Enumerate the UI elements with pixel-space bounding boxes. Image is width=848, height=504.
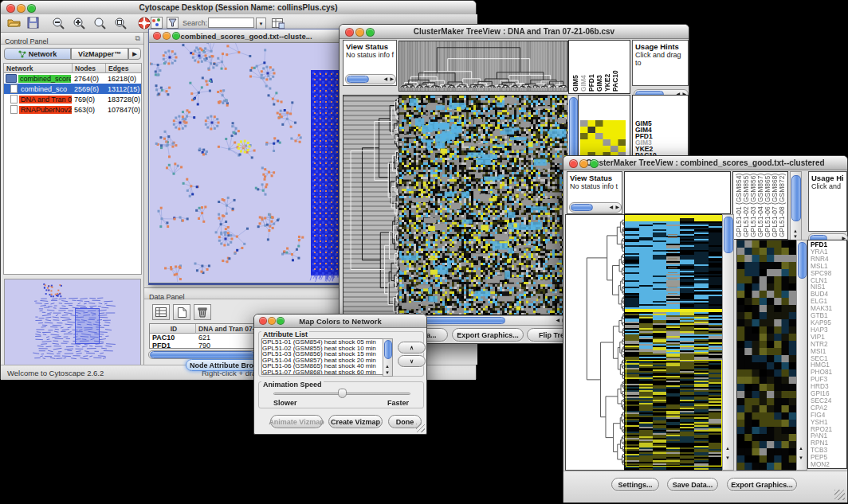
datapanel-hscrollbar[interactable]	[148, 350, 261, 359]
nodes-count: 563(0)	[74, 106, 95, 114]
attribute-item[interactable]: GPL51-07 (GSM868) heat shock 60 min	[262, 369, 391, 375]
zoom-window-icon[interactable]	[172, 32, 180, 40]
heatmap-vscrollbar[interactable]: ▲▼	[722, 214, 734, 471]
minimize-icon[interactable]	[355, 28, 364, 37]
column-labels-scrollbar[interactable]: ▲▼	[790, 171, 802, 241]
table-icon-button[interactable]	[272, 17, 285, 29]
treeview1-titlebar[interactable]: ClusterMaker TreeView : DNA and Tran 07-…	[340, 25, 689, 39]
close-icon[interactable]	[6, 4, 15, 13]
zoom-heatmap[interactable]	[580, 120, 626, 158]
column-label[interactable]: YKE2	[604, 42, 612, 92]
zoom-fit-button[interactable]	[93, 17, 106, 29]
network-list-row[interactable]: combined_sco2569(6)13112(15)	[4, 84, 141, 94]
usage-hints-panel: Usage Hi Click and	[808, 171, 847, 232]
zoom-window-icon[interactable]	[277, 317, 285, 325]
close-icon[interactable]	[153, 32, 161, 40]
resize-grip[interactable]	[834, 490, 845, 500]
search-label: Search:	[183, 19, 207, 27]
column-label[interactable]: GPL51-04 (GSM857)	[757, 172, 764, 237]
search-dropdown-button[interactable]: ▼	[256, 18, 266, 29]
zoom-window-icon[interactable]	[590, 159, 599, 168]
export-graphics-button[interactable]: Export Graphics...	[727, 478, 797, 491]
col-nodes[interactable]: Nodes	[73, 64, 106, 73]
column-label[interactable]: GPL51-02 (GSM855)	[743, 172, 750, 237]
attribute-table-icon[interactable]	[152, 304, 170, 320]
column-label[interactable]: GPL51-01 (GSM854)	[736, 172, 743, 237]
row-dendrogram[interactable]	[343, 95, 400, 322]
animation-speed-label: Animation Speed	[261, 381, 324, 389]
animate-vizmap-button[interactable]: Animate Vizmap	[270, 415, 323, 428]
minimize-icon[interactable]	[163, 32, 171, 40]
column-labels-panel: GIM5GIM4PFD1GIM3YKE2PAC10	[568, 40, 630, 94]
trash-icon[interactable]	[194, 304, 211, 320]
save-session-button[interactable]	[27, 17, 39, 29]
network-list-row[interactable]: DNA and Tran 07769(0)183728(0)	[4, 94, 141, 104]
zoom-out-button[interactable]	[52, 17, 65, 29]
treeview2-titlebar[interactable]: ClusterMaker TreeView : combined_scores_…	[563, 156, 847, 170]
tab-network[interactable]: Network	[4, 48, 71, 60]
main-heatmap[interactable]	[398, 95, 568, 315]
minimize-icon[interactable]	[17, 4, 26, 13]
zoom-window-icon[interactable]	[366, 28, 375, 37]
attribute-list-scrollbar[interactable]: ▲▼	[383, 338, 393, 377]
birdseye-view[interactable]	[4, 279, 141, 368]
zoom-vscrollbar[interactable]: ▲▼	[796, 240, 807, 471]
settings-button[interactable]: Settings...	[611, 478, 659, 491]
network-canvas[interactable]	[150, 43, 344, 282]
gene-label[interactable]: MON2	[811, 461, 846, 468]
zoom-heatmap[interactable]	[736, 240, 797, 471]
column-dendrogram-area[interactable]	[624, 171, 731, 214]
view-status-panel: View Status No status info t ◀▶	[567, 171, 622, 214]
minimize-icon[interactable]	[579, 159, 588, 168]
column-dendrogram[interactable]	[398, 41, 568, 92]
close-icon[interactable]	[259, 317, 267, 325]
new-attribute-icon[interactable]	[173, 304, 190, 320]
column-label[interactable]: GPL51-03 (GSM856)	[750, 172, 757, 237]
edges-count: 107847(0)	[108, 106, 140, 114]
view-status-scrollbar[interactable]: ◀▶	[345, 74, 396, 84]
zoom-selected-button[interactable]	[114, 17, 127, 29]
column-label[interactable]: GIM4	[580, 42, 588, 92]
view-status-scrollbar[interactable]: ◀▶	[569, 202, 622, 213]
control-panel: Control Panel ⧉ Network VizMapper™ ▶ Net…	[1, 33, 144, 365]
row-dendrogram[interactable]	[565, 214, 625, 471]
id-column[interactable]: ID	[150, 324, 196, 334]
column-label[interactable]: PFD1	[588, 42, 596, 92]
col-edges[interactable]: Edges	[106, 64, 141, 73]
save-data-button[interactable]: Save Data...	[667, 478, 718, 491]
search-input[interactable]	[208, 18, 254, 28]
column-label[interactable]: GPL51-06 (GSM865)	[764, 172, 771, 237]
tab-vizmapper[interactable]: VizMapper™	[71, 48, 128, 60]
tab-overflow-button[interactable]: ▶	[128, 48, 141, 60]
filter-icon-button[interactable]	[167, 17, 179, 29]
network-list-row[interactable]: RNAPuberNov2+563(0)107847(0)	[4, 104, 141, 115]
create-vizmap-button[interactable]: Create Vizmap	[328, 415, 383, 428]
column-label[interactable]: PAC10	[612, 42, 620, 92]
network-list: Network Nodes Edges combined_scores2764(…	[3, 63, 142, 275]
main-titlebar[interactable]: Cytoscape Desktop (Session Name: collins…	[1, 1, 476, 15]
float-panel-icon[interactable]: ⧉	[135, 34, 140, 43]
close-icon[interactable]	[569, 159, 578, 168]
column-labels-panel: GPL51-01 (GSM854)GPL51-02 (GSM855)GPL51-…	[732, 171, 788, 240]
zoom-in-button[interactable]	[73, 17, 85, 29]
dialog-titlebar[interactable]: Map Colors to Network	[254, 315, 426, 328]
column-label[interactable]: GPL51-08 (GSM872)	[779, 172, 786, 237]
speed-slider-thumb[interactable]	[338, 389, 347, 398]
zoom-window-icon[interactable]	[27, 4, 36, 13]
col-network[interactable]: Network	[4, 64, 73, 73]
move-up-button[interactable]: ∧	[398, 342, 426, 354]
column-label[interactable]: GIM3	[596, 42, 604, 92]
close-icon[interactable]	[345, 28, 354, 37]
main-heatmap[interactable]	[624, 214, 724, 471]
network-list-row[interactable]: combined_scores2764(0)16218(0)	[4, 73, 141, 84]
resize-grip[interactable]	[416, 424, 425, 432]
vizmapper-icon-button[interactable]	[151, 17, 163, 29]
export-graphics-button[interactable]: Export Graphics...	[452, 328, 524, 342]
minimize-icon[interactable]	[268, 317, 276, 325]
help-lifesaver-icon[interactable]	[138, 17, 151, 29]
attribute-list[interactable]: GPL51-01 (GSM854) heat shock 05 minGPL51…	[261, 338, 391, 375]
column-label[interactable]: GPL51-07 (GSM868)	[771, 172, 779, 237]
column-label[interactable]: GIM5	[572, 42, 580, 92]
move-down-button[interactable]: ∨	[398, 355, 426, 367]
open-session-button[interactable]	[7, 17, 21, 29]
